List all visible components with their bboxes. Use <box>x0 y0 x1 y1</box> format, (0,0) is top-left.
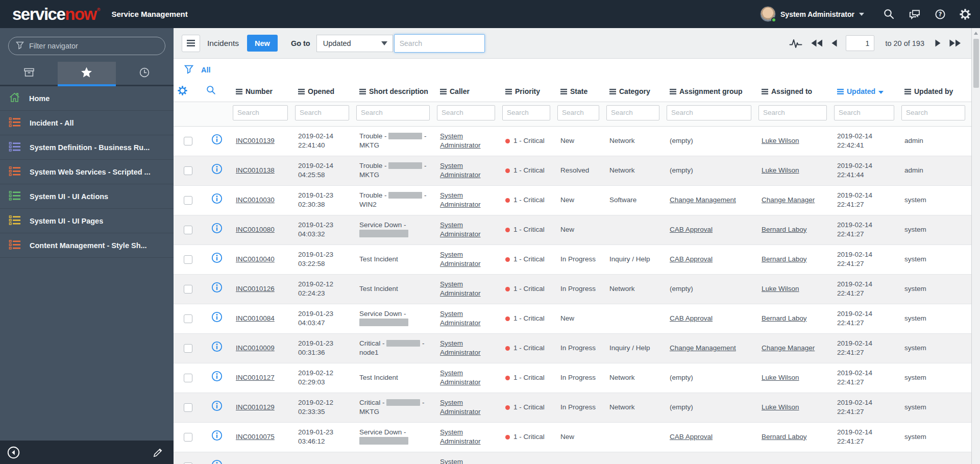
row-checkbox[interactable] <box>184 137 192 145</box>
incident-number-link[interactable]: INC0010075 <box>236 433 275 441</box>
info-icon[interactable] <box>211 198 223 206</box>
tab-all-applications[interactable] <box>0 62 58 85</box>
info-icon[interactable] <box>211 346 223 354</box>
column-header-category[interactable]: Category <box>605 81 666 102</box>
incident-number-link[interactable]: INC0010030 <box>236 196 275 204</box>
breadcrumb-all-link[interactable]: All <box>201 66 211 74</box>
column-search-input-opened[interactable] <box>295 105 349 120</box>
row-checkbox[interactable] <box>184 433 192 442</box>
assigned-to-link[interactable]: Luke Wilson <box>762 285 799 292</box>
first-page-button[interactable] <box>811 39 823 47</box>
caller-link[interactable]: System Administrator <box>440 191 481 208</box>
edit-pencil-icon[interactable] <box>153 447 163 458</box>
list-context-menu-button[interactable] <box>182 35 200 52</box>
info-icon[interactable] <box>211 376 223 383</box>
previous-page-button[interactable] <box>831 39 837 47</box>
column-header-updated[interactable]: Updated <box>833 81 900 102</box>
row-checkbox[interactable] <box>184 285 192 294</box>
column-header-state[interactable]: State <box>556 81 605 102</box>
row-checkbox[interactable] <box>184 374 192 382</box>
column-header-number[interactable]: Number <box>232 81 294 102</box>
column-search-input-caller[interactable] <box>437 105 495 120</box>
assigned-to-link[interactable]: Change Manager <box>762 196 815 204</box>
column-search-input-assigned-to[interactable] <box>758 105 827 120</box>
row-checkbox[interactable] <box>184 166 192 175</box>
gear-icon[interactable] <box>960 9 971 20</box>
activity-stream-icon[interactable] <box>789 38 802 49</box>
incident-number-link[interactable]: INC0010138 <box>236 166 275 174</box>
row-checkbox[interactable] <box>184 462 192 464</box>
info-icon[interactable] <box>211 287 223 295</box>
assignment-group-link[interactable]: Change Management <box>670 344 736 352</box>
column-header-caller[interactable]: Caller <box>436 81 501 102</box>
row-checkbox[interactable] <box>184 344 192 353</box>
assignment-group-link[interactable]: CAB Approval <box>670 314 713 322</box>
goto-search-input[interactable] <box>394 34 485 53</box>
collapse-sidebar-icon[interactable] <box>7 446 20 459</box>
sidebar-item-system-definition-business-ru[interactable]: System Definition - Business Ru... <box>0 135 174 160</box>
assigned-to-link[interactable]: Change Manager <box>762 344 815 352</box>
caller-link[interactable]: System Administrator <box>440 458 481 464</box>
sidebar-item-content-management-style-sh[interactable]: Content Management - Style Sh... <box>0 233 174 258</box>
incident-number-link[interactable]: INC0010009 <box>236 344 275 352</box>
column-search-input-number[interactable] <box>233 105 288 120</box>
info-icon[interactable] <box>211 168 223 176</box>
incident-number-link[interactable]: INC0010080 <box>236 226 275 233</box>
assignment-group-link[interactable]: CAB Approval <box>670 433 713 441</box>
column-header-opened[interactable]: Opened <box>294 81 355 102</box>
caller-link[interactable]: System Administrator <box>440 339 481 356</box>
column-header-assignment-group[interactable]: Assignment group <box>666 81 757 102</box>
tab-history[interactable] <box>116 62 174 85</box>
incident-number-link[interactable]: INC0010139 <box>236 137 275 144</box>
sidebar-item-system-ui-ui-pages[interactable]: System UI - UI Pages <box>0 209 174 233</box>
caller-link[interactable]: System Administrator <box>440 310 481 327</box>
new-button[interactable]: New <box>247 35 278 52</box>
info-icon[interactable] <box>211 405 223 413</box>
info-icon[interactable] <box>211 257 223 265</box>
sidebar-item-home[interactable]: Home <box>0 86 174 111</box>
goto-column-select[interactable]: Updated <box>316 35 393 52</box>
caller-link[interactable]: System Administrator <box>440 369 481 386</box>
column-header-short-description[interactable]: Short description <box>355 81 436 102</box>
row-checkbox[interactable] <box>184 226 192 234</box>
column-header-updated-by[interactable]: Updated by <box>900 81 971 102</box>
sidebar-item-incident-all[interactable]: Incident - All <box>0 111 174 135</box>
caller-link[interactable]: System Administrator <box>440 280 481 297</box>
assigned-to-link[interactable]: Luke Wilson <box>762 374 799 381</box>
assigned-to-link[interactable]: Bernard Laboy <box>762 255 807 263</box>
filter-navigator-input[interactable] <box>29 42 158 50</box>
column-search-input-short-description[interactable] <box>356 105 430 120</box>
caller-link[interactable]: System Administrator <box>440 251 481 267</box>
column-search-input-state[interactable] <box>557 105 599 120</box>
assignment-group-link[interactable]: CAB Approval <box>670 226 713 233</box>
assigned-to-link[interactable]: Luke Wilson <box>762 166 799 174</box>
incident-number-link[interactable]: INC0010127 <box>236 374 275 381</box>
caller-link[interactable]: System Administrator <box>440 162 481 179</box>
column-header-priority[interactable]: Priority <box>501 81 556 102</box>
column-search-input-updated-by[interactable] <box>901 105 965 120</box>
row-checkbox[interactable] <box>184 196 192 205</box>
servicenow-logo[interactable]: servicenow® <box>12 6 100 22</box>
vertical-scrollbar[interactable] <box>971 28 980 464</box>
scrollbar-up-arrow[interactable] <box>972 28 980 38</box>
column-search-input-priority[interactable] <box>502 105 550 120</box>
filter-navigator[interactable] <box>8 37 165 55</box>
help-icon[interactable]: ? <box>935 9 946 20</box>
column-search-input-category[interactable] <box>606 105 659 120</box>
assigned-to-link[interactable]: Luke Wilson <box>762 403 799 411</box>
column-header-assigned-to[interactable]: Assigned to <box>757 81 833 102</box>
caller-link[interactable]: System Administrator <box>440 221 481 238</box>
assigned-to-link[interactable]: Bernard Laboy <box>762 433 807 441</box>
user-menu[interactable]: System Administrator <box>760 6 864 22</box>
list-search-toggle-icon[interactable] <box>202 81 232 102</box>
incident-number-link[interactable]: INC0010126 <box>236 285 275 292</box>
assignment-group-link[interactable]: CAB Approval <box>670 255 713 263</box>
scrollbar-thumb[interactable] <box>973 39 979 88</box>
chat-icon[interactable] <box>909 9 921 20</box>
info-icon[interactable] <box>211 435 223 443</box>
page-number-input[interactable] <box>846 35 874 51</box>
info-icon[interactable] <box>211 228 223 235</box>
incident-number-link[interactable]: INC0010129 <box>236 403 275 411</box>
filter-funnel-icon[interactable] <box>184 65 193 76</box>
next-page-button[interactable] <box>935 39 941 47</box>
